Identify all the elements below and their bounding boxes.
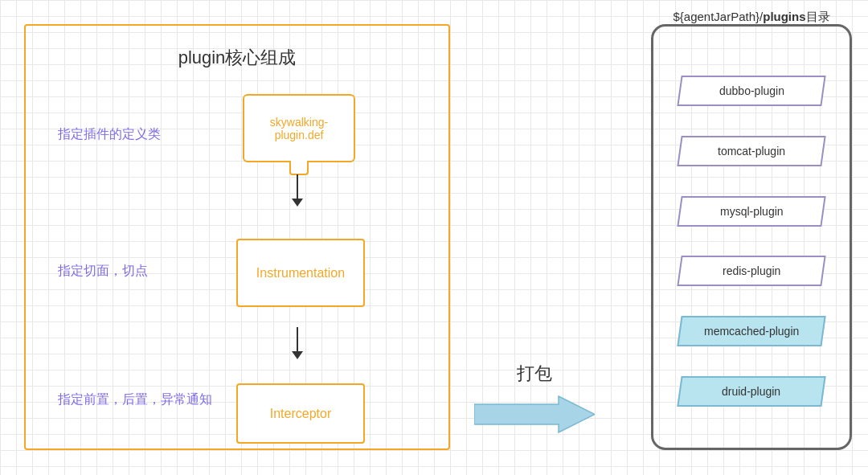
sw-plugin-def-box: skywalking-plugin.def [243,94,355,162]
tomcat-plugin-label: tomcat-plugin [718,145,785,158]
arrow-head-2 [292,351,303,359]
plugins-dir-title: ${agentJarPath}/plugins目录 [651,10,852,25]
dubbo-plugin-label: dubbo-plugin [719,84,784,97]
plugins-list: dubbo-plugin tomcat-plugin mysql-plugin … [665,43,837,432]
pack-section: 打包 [474,362,595,440]
plugins-path-bold: plugins [763,10,805,23]
arrow-down-2 [292,327,303,359]
label-interceptor-desc: 指定前置，后置，异常通知 [58,391,212,408]
plugin-core-title: plugin核心组成 [26,46,448,70]
plugin-item-memcached: memcached-plugin [675,314,828,348]
arrow-down-1 [292,174,303,207]
label-aspect-pointcut: 指定切面，切点 [58,263,148,280]
interceptor-label: Interceptor [270,407,331,421]
plugin-item-druid: druid-plugin [675,375,828,408]
instrumentation-label: Instrumentation [256,266,345,280]
arrow-line-2 [297,327,298,351]
plugins-dir-box: dubbo-plugin tomcat-plugin mysql-plugin … [651,24,852,450]
sw-plugin-def-label: skywalking-plugin.def [270,116,328,141]
main-content: plugin核心组成 指定插件的定义类 指定切面，切点 指定前置，后置，异常通知… [0,0,868,475]
arrow-line-1 [297,174,298,199]
druid-plugin-label: druid-plugin [722,385,780,398]
plugins-path-suffix: 目录 [806,10,830,23]
arrow-head-1 [292,199,303,207]
mysql-plugin-label: mysql-plugin [720,205,784,218]
plugin-item-tomcat: tomcat-plugin [675,134,828,168]
pack-label: 打包 [474,362,595,386]
plugin-core-box: plugin核心组成 指定插件的定义类 指定切面，切点 指定前置，后置，异常通知… [24,24,450,450]
label-define-class: 指定插件的定义类 [58,126,161,143]
svg-marker-0 [474,396,595,432]
instrumentation-box: Instrumentation [236,239,365,307]
plugin-item-mysql: mysql-plugin [675,195,828,228]
plugin-item-dubbo: dubbo-plugin [675,74,828,108]
pack-arrow [474,392,595,436]
redis-plugin-label: redis-plugin [723,264,780,277]
plugins-path-normal: ${agentJarPath}/ [673,10,763,23]
memcached-plugin-label: memcached-plugin [704,325,799,338]
plugin-item-redis: redis-plugin [675,254,828,288]
interceptor-box: Interceptor [236,383,365,444]
